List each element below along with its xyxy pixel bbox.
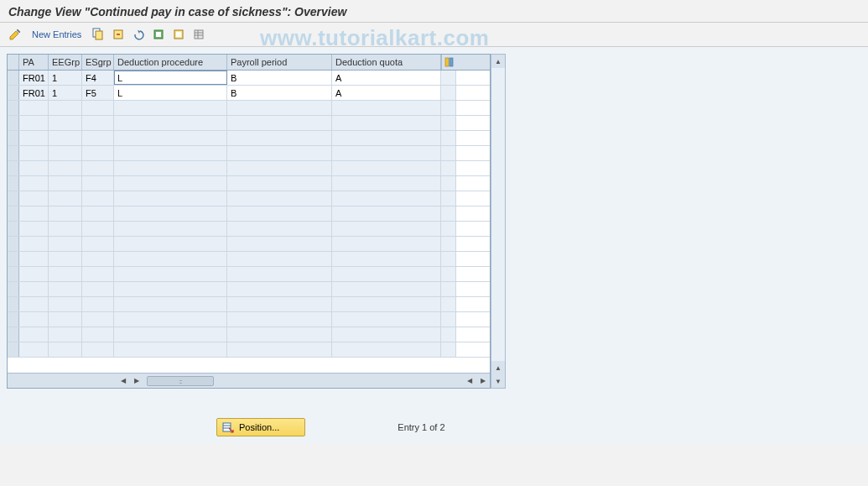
svg-rect-12 [450, 58, 453, 66]
empty-row [8, 146, 490, 161]
new-entries-button[interactable]: New Entries [27, 28, 86, 41]
empty-row [8, 176, 490, 191]
footer-row: Position... Entry 1 of 2 [7, 418, 861, 436]
empty-row [8, 131, 490, 146]
select-all-icon[interactable] [150, 26, 167, 43]
cell-esgrp[interactable]: F5 [82, 86, 114, 100]
position-label: Position... [239, 422, 279, 432]
cell-payroll[interactable]: B [227, 71, 332, 85]
col-header-eegrp[interactable]: EEGrp [49, 55, 82, 70]
svg-rect-1 [96, 31, 102, 39]
copy-icon[interactable] [90, 26, 107, 43]
cell-payroll[interactable]: B [227, 86, 332, 100]
scroll-up-icon[interactable]: ▲ [491, 55, 505, 68]
delete-icon[interactable] [110, 26, 127, 43]
empty-row [8, 342, 490, 358]
hscroll-right-icon[interactable]: ▶ [131, 375, 143, 387]
cell-deduct[interactable]: L [114, 86, 227, 100]
col-header-deduct[interactable]: Deduction procedure [114, 55, 227, 70]
page-title: Change View "Continued pay in case of si… [8, 5, 346, 18]
empty-row [8, 282, 490, 297]
svg-rect-6 [176, 32, 181, 37]
header-corner[interactable] [8, 55, 19, 70]
data-grid: PA EEGrp ESgrp Deduction procedure Payro… [7, 54, 491, 389]
col-header-esgrp[interactable]: ESgrp [82, 55, 114, 70]
empty-row [8, 327, 490, 342]
cell-quota[interactable]: A [332, 71, 441, 85]
empty-row [8, 297, 490, 312]
svg-rect-11 [445, 58, 449, 66]
content-area: PA EEGrp ESgrp Deduction procedure Payro… [0, 47, 868, 443]
row-end [441, 86, 456, 100]
cell-esgrp[interactable]: F4 [82, 71, 114, 85]
hscroll-left2-icon[interactable]: ◀ [464, 375, 476, 387]
hscroll-right2-icon[interactable]: ▶ [477, 375, 489, 387]
cell-eegrp[interactable]: 1 [49, 71, 82, 85]
scroll-down-icon[interactable]: ▼ [491, 374, 505, 388]
position-button[interactable]: Position... [216, 418, 305, 436]
position-icon [222, 421, 234, 433]
title-bar: Change View "Continued pay in case of si… [0, 0, 868, 23]
scroll-track[interactable] [491, 68, 505, 361]
deselect-all-icon[interactable] [170, 26, 187, 43]
empty-row [8, 116, 490, 131]
col-header-quota[interactable]: Deduction quota [332, 55, 441, 70]
empty-row [8, 161, 490, 176]
change-icon[interactable] [7, 26, 23, 43]
table-row[interactable]: FR01 1 F4 L B A [8, 71, 490, 86]
svg-rect-4 [156, 32, 161, 37]
cell-pa[interactable]: FR01 [19, 86, 49, 100]
entry-counter: Entry 1 of 2 [398, 422, 444, 432]
svg-rect-7 [195, 30, 203, 39]
hscroll-left-icon[interactable]: ◀ [117, 375, 129, 387]
empty-row [8, 237, 490, 252]
horizontal-scrollbar[interactable]: ◀ ▶ ◀ ▶ [8, 373, 490, 388]
empty-row [8, 312, 490, 327]
empty-row [8, 252, 490, 267]
toolbar: New Entries [0, 23, 868, 47]
row-selector[interactable] [8, 71, 19, 85]
col-header-pa[interactable]: PA [19, 55, 49, 70]
table-settings-icon[interactable] [190, 26, 207, 43]
cell-deduct[interactable]: L [114, 71, 227, 85]
empty-row [8, 222, 490, 237]
svg-rect-13 [223, 423, 231, 431]
row-selector[interactable] [8, 86, 19, 100]
scroll-up2-icon[interactable]: ▲ [491, 361, 505, 374]
empty-row [8, 191, 490, 206]
cell-quota[interactable]: A [332, 86, 441, 100]
col-header-payroll[interactable]: Payroll period [227, 55, 332, 70]
grid-body: FR01 1 F4 L B A FR01 1 F5 L B A [8, 71, 490, 373]
empty-row [8, 206, 490, 222]
vertical-scrollbar[interactable]: ▲ ▲ ▼ [491, 54, 506, 389]
table-row[interactable]: FR01 1 F5 L B A [8, 86, 490, 101]
row-end [441, 71, 456, 85]
empty-row [8, 267, 490, 282]
cell-eegrp[interactable]: 1 [49, 86, 82, 100]
undo-icon[interactable] [130, 26, 147, 43]
empty-row [8, 101, 490, 116]
hscroll-thumb[interactable] [147, 376, 214, 386]
grid-config-icon[interactable] [441, 55, 456, 70]
grid-header-row: PA EEGrp ESgrp Deduction procedure Payro… [8, 55, 490, 71]
cell-pa[interactable]: FR01 [19, 71, 49, 85]
